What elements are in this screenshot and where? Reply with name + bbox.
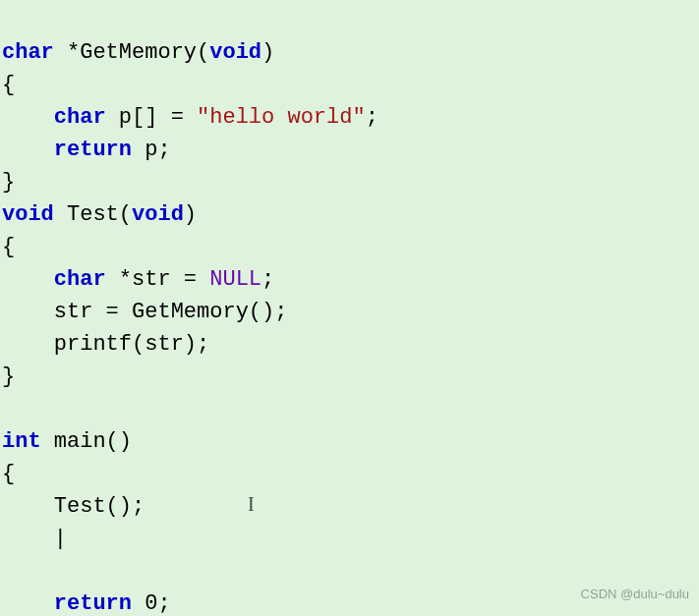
- keyword-void: void: [209, 40, 262, 65]
- keyword-return: return: [54, 138, 132, 162]
- indent: [2, 105, 54, 130]
- keyword-return: return: [54, 591, 132, 616]
- code-text: ;: [262, 267, 274, 292]
- indent: [2, 332, 54, 357]
- code-text: Test();: [54, 494, 145, 519]
- keyword-char: char: [2, 40, 54, 65]
- indent: [2, 267, 54, 292]
- keyword-int: int: [2, 429, 41, 454]
- cursor-pipe: |: [54, 523, 67, 555]
- brace: {: [2, 235, 15, 259]
- brace: {: [2, 462, 15, 486]
- brace: {: [2, 73, 15, 97]
- null-constant: NULL: [209, 267, 262, 292]
- code-text: ;: [366, 105, 379, 130]
- code-text: ): [262, 40, 274, 65]
- code-text: printf(str);: [54, 332, 209, 357]
- keyword-void: void: [2, 202, 54, 227]
- code-block: char *GetMemory(void) { char p[] = "hell…: [0, 0, 699, 616]
- code-text: p[] =: [106, 105, 197, 130]
- text-cursor-icon: I: [248, 488, 255, 521]
- keyword-void: void: [132, 202, 184, 227]
- code-text: main(): [41, 429, 132, 454]
- keyword-char: char: [54, 267, 106, 292]
- string-literal: "hello world": [197, 105, 366, 130]
- code-text: *GetMemory(: [54, 40, 209, 65]
- code-text: ): [184, 202, 197, 227]
- indent: [2, 527, 54, 551]
- code-text: 0;: [132, 591, 171, 616]
- indent: [2, 300, 54, 324]
- code-text: str = GetMemory();: [54, 300, 288, 324]
- indent: [2, 494, 54, 519]
- code-text: *str =: [106, 267, 210, 292]
- brace: }: [2, 170, 15, 195]
- code-text: p;: [132, 138, 171, 162]
- indent: [2, 138, 54, 162]
- keyword-char: char: [54, 105, 106, 130]
- code-text: Test(: [54, 202, 132, 227]
- watermark-text: CSDN @dulu~dulu: [581, 578, 689, 610]
- brace: }: [2, 364, 15, 389]
- indent: [2, 591, 54, 616]
